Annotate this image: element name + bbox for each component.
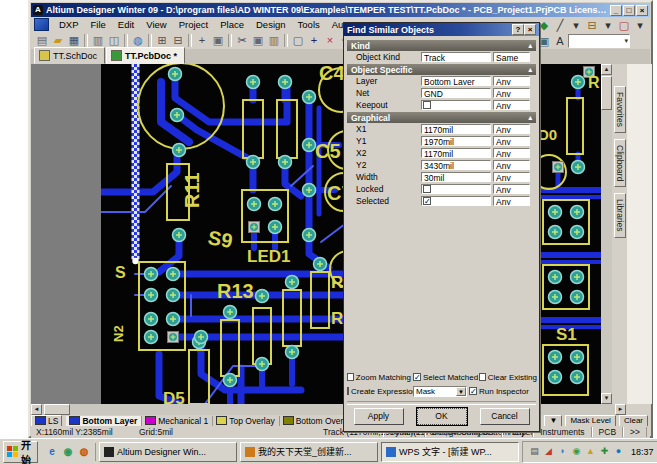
title-bar[interactable]: A Altium Designer Winter 09 - D:\program… bbox=[31, 3, 650, 17]
match-dropdown[interactable]: Any bbox=[493, 148, 530, 158]
menu-item-file[interactable]: File bbox=[85, 18, 112, 31]
menu-item-edit[interactable]: Edit bbox=[112, 18, 140, 31]
mask-combo[interactable]: Mask▼ bbox=[413, 386, 467, 397]
option-create-expression[interactable]: Create Expression bbox=[347, 387, 411, 396]
collapse-icon[interactable]: ▴ bbox=[528, 66, 532, 74]
selected-pad[interactable] bbox=[249, 222, 260, 233]
copy-icon[interactable]: ▣ bbox=[250, 33, 266, 48]
clear-filter-icon[interactable]: × bbox=[322, 33, 338, 48]
close-button[interactable]: × bbox=[636, 5, 648, 16]
pad[interactable] bbox=[572, 76, 585, 89]
dialog-title-bar[interactable]: Find Similar Objects ? × bbox=[344, 23, 539, 36]
task-button-altium-designer-win[interactable]: Altium Designer Win... bbox=[99, 442, 237, 462]
vertical-scroll-thumb[interactable] bbox=[601, 76, 612, 110]
pad[interactable] bbox=[571, 351, 584, 364]
messenger-tray-icon[interactable]: ▲ bbox=[585, 446, 596, 457]
field-value[interactable] bbox=[421, 184, 491, 194]
panel-button-pcb[interactable]: PCB bbox=[592, 427, 623, 437]
panel-tab-favorites[interactable]: Favorites bbox=[614, 86, 626, 133]
field-value[interactable]: 1970mil bbox=[421, 136, 491, 146]
field-value[interactable]: 3430mil bbox=[421, 160, 491, 170]
vertical-scrollbar[interactable]: ▲ ▼ bbox=[601, 64, 612, 404]
ok-button[interactable]: OK bbox=[417, 408, 467, 425]
zoom-area-icon[interactable]: ⊞ bbox=[154, 33, 170, 48]
pad[interactable] bbox=[224, 306, 237, 319]
pad[interactable] bbox=[303, 91, 316, 104]
pad[interactable] bbox=[549, 206, 562, 219]
pad[interactable] bbox=[571, 291, 584, 304]
match-dropdown[interactable]: Any bbox=[493, 88, 530, 98]
pad[interactable] bbox=[549, 226, 562, 239]
match-dropdown[interactable]: Same bbox=[493, 52, 530, 62]
pad[interactable] bbox=[171, 109, 184, 122]
chevron-down-icon[interactable]: ▼ bbox=[456, 387, 466, 396]
minimize-button[interactable]: _ bbox=[610, 5, 622, 16]
pad[interactable] bbox=[256, 290, 269, 303]
pad[interactable] bbox=[145, 331, 158, 344]
panel-button-item[interactable]: >> bbox=[623, 427, 647, 437]
dropdown-icon[interactable]: ▾ bbox=[632, 18, 648, 33]
dropdown-icon[interactable]: ▾ bbox=[568, 18, 584, 33]
chevron-down-icon[interactable]: ▾ bbox=[623, 37, 629, 45]
checkbox-run-inspector[interactable]: ✓ bbox=[469, 387, 477, 395]
pad[interactable] bbox=[256, 358, 269, 371]
text-tool-icon[interactable]: A bbox=[552, 34, 568, 49]
pad[interactable] bbox=[269, 221, 282, 234]
selected-pad[interactable] bbox=[553, 162, 564, 173]
section-header-kind[interactable]: Kind▴ bbox=[347, 40, 536, 51]
pad[interactable] bbox=[169, 68, 182, 81]
option-clear-existing[interactable]: Clear Existing bbox=[479, 373, 537, 382]
pad[interactable] bbox=[167, 289, 180, 302]
panel-tab-clipboard[interactable]: Clipboard bbox=[614, 139, 626, 187]
panel-button-instruments[interactable]: Instruments bbox=[533, 427, 591, 437]
mask-level-button[interactable]: Mask Level bbox=[565, 415, 615, 426]
checkbox-clear-existing[interactable] bbox=[479, 373, 486, 381]
section-header-object-specific[interactable]: Object Specific▴ bbox=[347, 64, 536, 75]
dialog-close-button[interactable]: × bbox=[524, 24, 536, 35]
dimension-tool-icon[interactable]: ⊟ bbox=[584, 18, 600, 33]
scroll-right-icon[interactable]: ► bbox=[615, 404, 626, 415]
selected-pad[interactable] bbox=[168, 332, 179, 343]
document-tab-tt-pcbdoc[interactable]: TT.PcbDoc * bbox=[106, 47, 185, 64]
pad[interactable] bbox=[314, 258, 327, 271]
zoom-document-icon[interactable]: ⊟ bbox=[170, 33, 186, 48]
apply-button[interactable]: Apply bbox=[354, 408, 404, 425]
pad[interactable] bbox=[303, 139, 316, 152]
checkbox-zoom-matching[interactable] bbox=[347, 373, 354, 381]
field-value[interactable]: ✓ bbox=[421, 196, 491, 206]
scroll-left-icon[interactable]: ◄ bbox=[31, 404, 42, 415]
field-value[interactable]: 1170mil bbox=[421, 124, 491, 134]
open-folder-icon[interactable]: ▰ bbox=[50, 33, 66, 48]
match-dropdown[interactable]: Any bbox=[493, 76, 530, 86]
pad[interactable] bbox=[167, 268, 180, 281]
option-select-matched[interactable]: ✓Select Matched bbox=[413, 373, 477, 382]
print-preview-icon[interactable]: ◫ bbox=[106, 33, 122, 48]
save-icon[interactable]: ▦ bbox=[66, 33, 82, 48]
option-run-inspector[interactable]: ✓Run Inspector bbox=[469, 387, 527, 396]
room-tool-icon[interactable]: ▢ bbox=[616, 18, 632, 33]
match-dropdown[interactable]: Any bbox=[493, 196, 530, 206]
network-icon[interactable]: ◗ bbox=[557, 446, 568, 457]
layer-tab-bottom-layer[interactable]: Bottom Layer bbox=[66, 416, 142, 426]
pad[interactable] bbox=[145, 313, 158, 326]
task-button-item[interactable]: 我的天下天堂_创建新... bbox=[240, 442, 378, 462]
layer-tab-mechanical-1[interactable]: Mechanical 1 bbox=[142, 416, 213, 426]
scroll-down-icon[interactable]: ▼ bbox=[601, 393, 612, 404]
pad[interactable] bbox=[248, 198, 261, 211]
move-icon[interactable]: + bbox=[306, 33, 322, 48]
messenger-icon[interactable]: ◉ bbox=[61, 445, 75, 459]
field-value[interactable]: 1170mil bbox=[421, 148, 491, 158]
document-tab-tt-schdoc[interactable]: TT.SchDoc bbox=[34, 47, 105, 64]
collapse-icon[interactable]: ▴ bbox=[528, 42, 532, 50]
shield-icon[interactable]: ✚ bbox=[599, 446, 610, 457]
pad[interactable] bbox=[571, 271, 584, 284]
layer-sets-button[interactable]: LS bbox=[31, 415, 62, 426]
match-dropdown[interactable]: Any bbox=[493, 184, 530, 194]
pad[interactable] bbox=[549, 271, 562, 284]
panel-tab-libraries[interactable]: Libraries bbox=[614, 193, 626, 238]
field-value[interactable]: 30mil bbox=[421, 172, 491, 182]
browse-globe-icon[interactable]: ◍ bbox=[130, 33, 146, 48]
pad[interactable] bbox=[279, 76, 292, 89]
pad[interactable] bbox=[549, 351, 562, 364]
pad[interactable] bbox=[571, 206, 584, 219]
